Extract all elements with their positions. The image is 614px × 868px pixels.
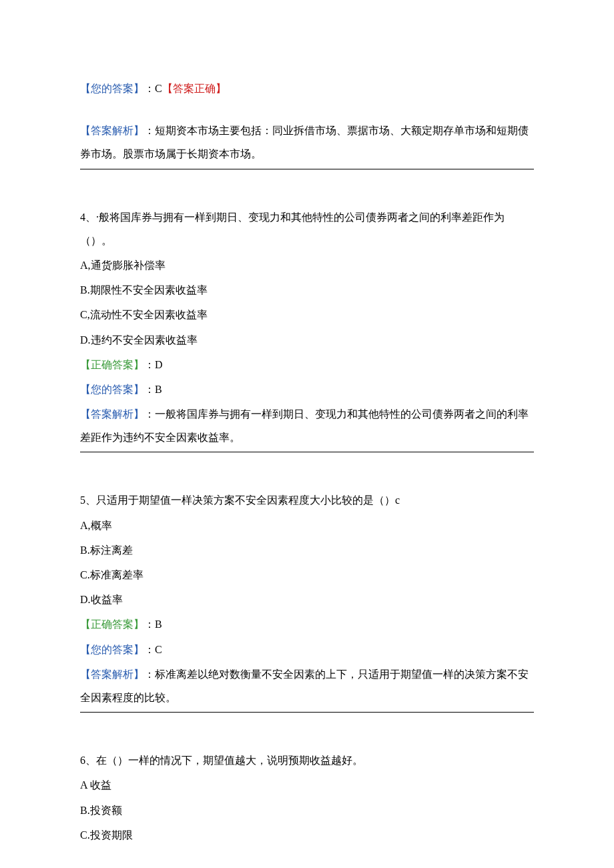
spacer [80, 731, 534, 749]
q6-stem: 6、在（）一样的情况下，期望值越大，说明预期收益越好。 [80, 749, 534, 772]
q4-option-b: B.期限性不安全因素收益率 [80, 278, 534, 302]
your-answer-value: ：C [144, 644, 162, 655]
analysis-label: 【答案解析】 [80, 125, 144, 136]
q4-stem: 4、·般将国库券与拥有一样到期日、变现力和其他特性的公司债券两者之间的利率差距作… [80, 205, 534, 252]
your-answer-label: 【您的答案】 [80, 644, 144, 655]
correct-answer-value: ：B [144, 618, 162, 630]
spacer [80, 188, 534, 205]
q5-your-answer: 【您的答案】：C [80, 638, 534, 661]
analysis-text: ：标准离差以绝对数衡量不安全因素的上下，只适用于期望值一样的决策方案不安全因素程… [80, 669, 529, 703]
q4-analysis: 【答案解析】：一般将国库券与拥有一样到期日、变现力和其他特性的公司债券两者之间的… [80, 402, 534, 449]
answer-correct-flag: 【答案正确】 [162, 83, 226, 94]
q4-your-answer: 【您的答案】：B [80, 378, 534, 401]
q6-option-c: C.投资期限 [80, 823, 534, 847]
your-answer-value: ：C [144, 83, 162, 94]
correct-answer-label: 【正确答案】 [80, 618, 144, 630]
spacer [80, 471, 534, 488]
q3-analysis: 【答案解析】：短期资本市场主要包括：同业拆借市场、票据市场、大额定期存单市场和短… [80, 119, 534, 165]
q5-option-a: A,概率 [80, 514, 534, 537]
your-answer-value: ：B [144, 384, 162, 395]
divider [80, 712, 534, 713]
q4-option-a: A,通货膨胀补偿率 [80, 254, 534, 277]
your-answer-label: 【您的答案】 [80, 384, 144, 395]
q4-correct-answer: 【正确答案】：D [80, 353, 534, 376]
q5-stem: 5、只适用于期望值一样决策方案不安全因素程度大小比较的是（）c [80, 488, 534, 512]
divider [80, 169, 534, 169]
document-page: 【您的答案】：C【答案正确】 【答案解析】：短期资本市场主要包括：同业拆借市场、… [0, 0, 614, 868]
q5-option-b: B.标注离差 [80, 538, 534, 562]
q4-option-d: D.违约不安全因素收益率 [80, 328, 534, 352]
q5-option-c: C.标准离差率 [80, 563, 534, 586]
q6-option-b: B.投资额 [80, 799, 534, 822]
your-answer-label: 【您的答案】 [80, 83, 144, 94]
q5-analysis: 【答案解析】：标准离差以绝对数衡量不安全因素的上下，只适用于期望值一样的决策方案… [80, 663, 534, 709]
q6-option-a: A 收益 [80, 773, 534, 797]
q4-option-c: C,流动性不安全因素收益率 [80, 303, 534, 326]
analysis-label: 【答案解析】 [80, 669, 144, 680]
analysis-label: 【答案解析】 [80, 408, 144, 420]
analysis-text: ：短期资本市场主要包括：同业拆借市场、票据市场、大额定期存单市场和短期债券市场。… [80, 125, 529, 159]
correct-answer-label: 【正确答案】 [80, 359, 144, 370]
divider [80, 452, 534, 452]
q3-your-answer-line: 【您的答案】：C【答案正确】 [80, 77, 534, 100]
q5-option-d: D.收益率 [80, 588, 534, 611]
q5-correct-answer: 【正确答案】：B [80, 612, 534, 636]
spacer [80, 101, 534, 119]
correct-answer-value: ：D [144, 359, 163, 370]
analysis-text: ：一般将国库券与拥有一样到期日、变现力和其他特性的公司债券两者之间的利率差距作为… [80, 408, 529, 443]
